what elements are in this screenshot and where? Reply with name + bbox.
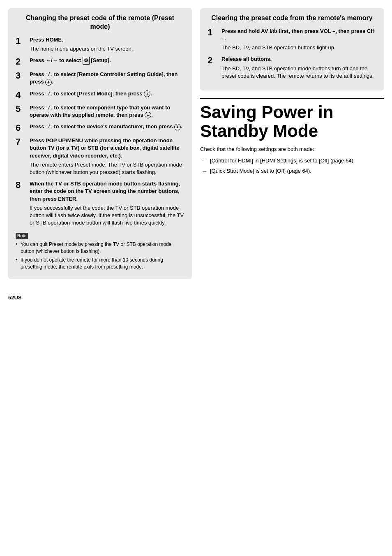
two-column-layout: Changing the preset code of the remote (… — [8, 8, 384, 286]
step-desc: The BD, TV, and STB operation buttons li… — [221, 44, 376, 51]
step-number: 5 — [16, 104, 27, 114]
left-column: Changing the preset code of the remote (… — [8, 8, 192, 286]
step-item: 1Press and hold AV I/⏻ first, then press… — [208, 28, 376, 52]
power-icon: ⏻ — [272, 29, 277, 34]
step-title: Press HOME. — [30, 36, 184, 44]
step-number: 4 — [16, 90, 27, 100]
note-item: You can quit Preset mode by pressing the… — [16, 241, 184, 255]
step-number: 3 — [16, 71, 27, 81]
step-title: Press ←/→ to select ⚙ [Setup]. — [30, 57, 184, 65]
step-number: 8 — [16, 180, 27, 190]
bullet-item: [Quick Start Mode] is set to [Off] (page… — [203, 167, 384, 175]
step-number: 2 — [208, 56, 219, 65]
note-label: Note — [16, 233, 28, 239]
saving-power-section: Saving Power in Standby Mode Check that … — [200, 98, 384, 175]
left-steps: 1Press HOME.The home menu appears on the… — [16, 36, 184, 227]
saving-bullets: [Control for HDMI] in [HDMI Settings] is… — [200, 157, 384, 174]
step-title: Press POP UP/MENU while pressing the ope… — [30, 137, 184, 160]
step-number: 1 — [208, 28, 219, 37]
notes-list: You can quit Preset mode by pressing the… — [16, 241, 184, 270]
circle-plus-icon: + — [174, 124, 181, 130]
clearing-section: Clearing the preset code from the remote… — [200, 8, 384, 90]
step-item: 8When the TV or STB operation mode butto… — [16, 180, 184, 227]
saving-power-title: Saving Power in Standby Mode — [200, 98, 384, 141]
circle-plus-icon: + — [45, 79, 52, 86]
step-title: Press ↑/↓ to select [Preset Mode], then … — [30, 90, 184, 97]
right-column: Clearing the preset code from the remote… — [200, 8, 384, 286]
step-title: Press ↑/↓ to select [Remote Controller S… — [30, 71, 184, 86]
page-number: 52 — [8, 294, 14, 301]
step-item: 4Press ↑/↓ to select [Preset Mode], then… — [16, 90, 184, 100]
preset-mode-section: Changing the preset code of the remote (… — [8, 8, 192, 279]
page-suffix: US — [14, 294, 21, 301]
step-desc: The BD, TV, and STB operation mode butto… — [221, 65, 376, 80]
step-title: Press ↑/↓ to select the device's manufac… — [30, 123, 184, 130]
bullet-item: [Control for HDMI] in [HDMI Settings] is… — [203, 157, 384, 164]
step-item: 2Press ←/→ to select ⚙ [Setup]. — [16, 57, 184, 67]
step-desc: The remote enters Preset mode. The TV or… — [30, 161, 184, 176]
circle-plus-icon: + — [144, 90, 150, 97]
step-number: 6 — [16, 123, 27, 133]
page-footer: 52US — [8, 294, 384, 301]
note-item: If you do not operate the remote for mor… — [16, 257, 184, 271]
right-steps: 1Press and hold AV I/⏻ first, then press… — [208, 28, 376, 80]
step-desc: If you successfully set the code, the TV… — [30, 204, 184, 227]
step-title: Release all buttons. — [221, 56, 376, 63]
preset-mode-title: Changing the preset code of the remote (… — [16, 14, 184, 31]
step-title: Press and hold AV I/⏻ first, then press … — [221, 28, 376, 42]
step-desc: The home menu appears on the TV screen. — [30, 45, 184, 53]
step-item: 1Press HOME.The home menu appears on the… — [16, 36, 184, 53]
step-item: 2Release all buttons.The BD, TV, and STB… — [208, 56, 376, 80]
page-container: Changing the preset code of the remote (… — [8, 8, 384, 301]
clearing-title: Clearing the preset code from the remote… — [208, 14, 376, 23]
circle-plus-icon: + — [145, 112, 151, 118]
step-title: Press ↑/↓ to select the component type t… — [30, 104, 184, 119]
step-item: 3Press ↑/↓ to select [Remote Controller … — [16, 71, 184, 86]
saving-power-intro: Check that the following settings are bo… — [200, 146, 384, 153]
note-box: Note You can quit Preset mode by pressin… — [16, 232, 184, 270]
step-title: When the TV or STB operation mode button… — [30, 180, 184, 203]
step-item: 6Press ↑/↓ to select the device's manufa… — [16, 123, 184, 133]
step-number: 2 — [16, 57, 27, 67]
step-item: 5Press ↑/↓ to select the component type … — [16, 104, 184, 119]
step-number: 7 — [16, 137, 27, 147]
step-number: 1 — [16, 36, 27, 46]
step-item: 7Press POP UP/MENU while pressing the op… — [16, 137, 184, 176]
